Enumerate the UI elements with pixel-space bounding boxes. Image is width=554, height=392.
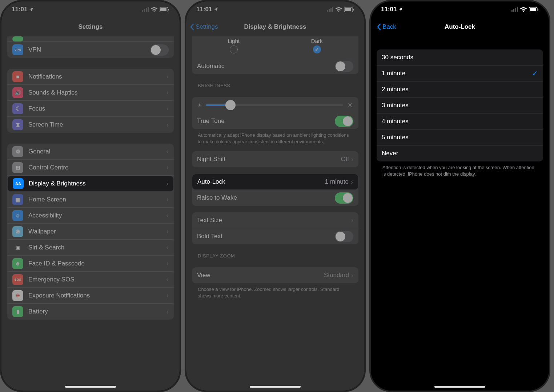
focus-icon: ☾ — [12, 103, 23, 114]
faceid-label: Face ID & Passcode — [28, 260, 166, 267]
home-icon: ▦ — [12, 194, 23, 205]
automatic-toggle[interactable] — [335, 61, 353, 72]
home-indicator[interactable] — [65, 386, 116, 388]
autolock-option[interactable]: 5 minutes — [377, 129, 543, 145]
textsize-row[interactable]: Text Size › — [192, 212, 358, 228]
autolock-row[interactable]: Auto-Lock 1 minute › — [192, 174, 358, 190]
chevron-right-icon: › — [166, 212, 169, 219]
svg-rect-16 — [515, 8, 516, 12]
chevron-right-icon: › — [166, 180, 168, 188]
row-sos[interactable]: SOSEmergency SOS› — [7, 272, 174, 288]
chevron-right-icon: › — [166, 105, 169, 112]
nav-bar: Settings Display & Brightness — [186, 17, 364, 36]
settings-screen: 11:01 Settings VPNVPN■Notifications›🔊Sou… — [0, 0, 181, 392]
status-time: 11:01 — [12, 6, 27, 13]
svg-rect-7 — [327, 10, 328, 12]
svg-rect-14 — [511, 10, 513, 12]
option-label: Never — [382, 150, 538, 157]
boldtext-row[interactable]: Bold Text — [192, 228, 358, 244]
autolock-label: Auto-Lock — [197, 178, 325, 185]
truetone-footer: Automatically adapt iPhone display based… — [186, 129, 364, 145]
home-indicator[interactable] — [250, 386, 301, 388]
chevron-right-icon: › — [351, 216, 353, 224]
back-button[interactable]: Settings — [190, 23, 218, 31]
raise-label: Raise to Wake — [197, 194, 335, 201]
row-accessibility[interactable]: ☺Accessibility› — [7, 208, 174, 224]
sounds-label: Sounds & Haptics — [28, 89, 166, 96]
wifi-icon — [151, 7, 157, 12]
nav-bar: Settings — [1, 17, 180, 36]
general-label: General — [28, 148, 166, 155]
row-focus[interactable]: ☾Focus› — [7, 101, 174, 117]
svg-rect-13 — [353, 9, 354, 11]
autolock-option[interactable]: 3 minutes — [377, 97, 543, 113]
row-vpn[interactable]: VPNVPN — [7, 42, 174, 58]
automatic-row[interactable]: Automatic — [192, 58, 358, 74]
autolock-options-group: 30 seconds1 minute✓2 minutes3 minutes4 m… — [377, 49, 543, 161]
row-wallpaper[interactable]: ❀Wallpaper› — [7, 224, 174, 240]
autolock-option[interactable]: 1 minute✓ — [377, 65, 543, 81]
truetone-toggle[interactable] — [335, 116, 353, 127]
status-time: 11:01 — [381, 6, 397, 13]
cellular-icon — [327, 7, 333, 12]
row-screentime[interactable]: ⧗Screen Time› — [7, 117, 174, 133]
row-display[interactable]: AADisplay & Brightness› — [7, 176, 174, 192]
autolock-option[interactable]: 30 seconds — [377, 49, 543, 65]
row-exposure[interactable]: ✳Exposure Notifications› — [7, 288, 174, 304]
battery-label: Battery — [28, 308, 166, 315]
option-label: 2 minutes — [382, 86, 538, 93]
row-faceid[interactable]: ☻Face ID & Passcode› — [7, 256, 174, 272]
boldtext-toggle[interactable] — [335, 231, 353, 242]
home-indicator[interactable] — [434, 386, 485, 388]
row-home[interactable]: ▦Home Screen› — [7, 192, 174, 208]
home-label: Home Screen — [28, 196, 166, 203]
chevron-right-icon: › — [166, 276, 169, 283]
checkmark-icon: ✓ — [532, 69, 538, 78]
row-siri[interactable]: ◉Siri & Search› — [7, 240, 174, 256]
view-label: View — [197, 272, 324, 279]
autolock-value: 1 minute — [325, 178, 349, 185]
location-icon — [213, 7, 218, 12]
cellular-icon — [142, 7, 149, 12]
autolock-option[interactable]: Never — [377, 145, 543, 161]
appearance-light[interactable]: Light — [228, 38, 240, 55]
sos-icon: SOS — [12, 274, 23, 285]
row-control[interactable]: ⊞Control Centre› — [7, 160, 174, 176]
row-battery[interactable]: ▮Battery› — [7, 304, 174, 320]
svg-rect-19 — [530, 8, 536, 11]
chevron-right-icon: › — [351, 156, 353, 163]
vpn-toggle[interactable] — [150, 44, 169, 56]
partial-icon — [12, 36, 23, 41]
option-label: 3 minutes — [382, 102, 538, 109]
back-label: Settings — [196, 23, 218, 31]
nightshift-label: Night Shift — [197, 156, 341, 163]
row-general[interactable]: ⚙General› — [7, 144, 174, 160]
display-brightness-screen: 11:01 Settings Display & Brightness Ligh… — [185, 0, 366, 392]
wifi-icon — [336, 7, 342, 12]
screentime-icon: ⧗ — [12, 119, 23, 130]
page-title: Display & Brightness — [244, 23, 306, 31]
chevron-right-icon: › — [166, 244, 169, 251]
svg-rect-2 — [146, 8, 147, 12]
raise-row[interactable]: Raise to Wake — [192, 190, 358, 206]
back-button[interactable]: Back — [373, 20, 402, 34]
raise-toggle[interactable] — [335, 192, 353, 204]
chevron-right-icon: › — [166, 308, 169, 316]
view-row[interactable]: View Standard › — [192, 267, 358, 283]
page-title: Auto-Lock — [445, 23, 475, 31]
sounds-icon: 🔊 — [12, 87, 23, 98]
row-sounds[interactable]: 🔊Sounds & Haptics› — [7, 85, 174, 101]
autolock-option[interactable]: 4 minutes — [377, 113, 543, 129]
truetone-row[interactable]: True Tone — [192, 113, 358, 129]
autolock-screen: 11:01 Auto-Lock Back 30 seconds1 minute✓… — [369, 0, 550, 392]
faceid-icon: ☻ — [12, 258, 23, 269]
option-label: 4 minutes — [382, 118, 538, 125]
svg-rect-10 — [332, 7, 333, 12]
sun-small-icon: ☀︎ — [197, 102, 202, 109]
appearance-dark[interactable]: Dark — [311, 38, 323, 55]
row-notifications[interactable]: ■Notifications› — [7, 69, 174, 85]
brightness-slider[interactable] — [206, 104, 343, 106]
nightshift-row[interactable]: Night Shift Off › — [192, 151, 358, 167]
autolock-option[interactable]: 2 minutes — [377, 81, 543, 97]
wallpaper-label: Wallpaper — [28, 228, 166, 235]
